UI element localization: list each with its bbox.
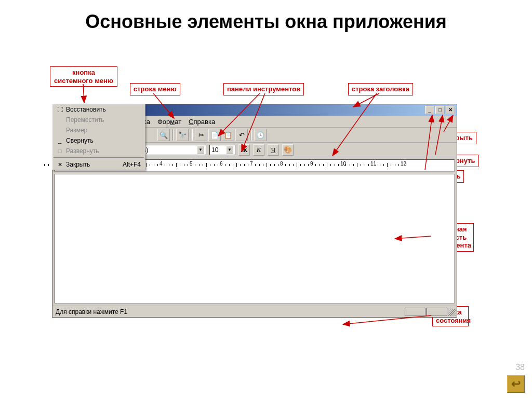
ruler-label: 9 [310,161,313,167]
bold-button[interactable]: Ж [238,144,250,156]
fontsize-value: 10 [211,146,218,154]
resize-grip-icon[interactable] [448,309,456,316]
page-title: Основные элементы окна приложения [0,10,532,33]
annotation-title-bar: строка заголовка [348,83,413,95]
sysmenu-maximize: □Развернуть [52,146,145,156]
underline-button[interactable]: Ч [268,144,279,156]
menu-item-help[interactable]: Справка [189,118,215,126]
ruler-label: 7 [250,161,253,167]
annotation-menu-bar: строка меню [130,83,180,95]
paste-icon[interactable]: 📋 [222,129,234,141]
ruler-label: 12 [401,161,406,167]
system-menu[interactable]: ⛶Восстановить Переместить Размер _Сверну… [52,104,145,170]
undo-icon[interactable]: ↶ [235,129,248,141]
menu-item-format[interactable]: Формат [157,118,181,126]
return-button[interactable]: ↩ [507,375,525,393]
maximize-button[interactable]: □ [435,106,445,114]
svg-line-1 [83,84,84,103]
chevron-down-icon[interactable]: ▼ [226,146,233,154]
sysmenu-restore[interactable]: ⛶Восстановить [52,104,145,115]
search-icon[interactable]: 🔍 [157,129,170,141]
restore-icon: ⛶ [57,106,63,113]
minimize-icon: _ [57,138,63,144]
status-cell [405,308,425,316]
document-area[interactable] [55,174,455,304]
annotation-toolbars: панели инструментов [223,83,304,95]
copy-icon[interactable]: 📄 [208,129,221,141]
sysmenu-minimize[interactable]: _Свернуть [52,135,145,146]
close-button[interactable]: ✕ [446,106,455,114]
sysmenu-size: Размер [52,125,145,135]
ruler-label: 4 [159,161,163,167]
cut-icon[interactable]: ✂ [195,129,207,141]
status-cell [427,308,447,316]
minimize-button[interactable]: _ [425,106,434,114]
italic-button[interactable]: К [253,144,264,156]
find-icon[interactable]: 🔭 [176,129,189,141]
sysmenu-move: Переместить [52,115,145,125]
chevron-down-icon[interactable]: ▼ [197,146,204,154]
page-number: 38 [515,363,525,372]
ruler-label: 8 [280,161,283,167]
color-button[interactable]: 🎨 [282,144,294,156]
ruler-label: 6 [220,161,223,167]
status-text: Для справки нажмите F1 [56,308,127,315]
maximize-icon: □ [57,148,63,154]
fontsize-combo[interactable]: 10 ▼ [209,145,235,155]
close-icon: ✕ [57,161,63,168]
status-bar: Для справки нажмите F1 [52,306,457,317]
sysmenu-close[interactable]: ✕ЗакрытьAlt+F4 [52,159,145,170]
datetime-icon[interactable]: 🕓 [254,129,267,141]
annotation-system-menu: кнопка системного меню [50,66,117,87]
ruler-label: 5 [190,161,193,167]
